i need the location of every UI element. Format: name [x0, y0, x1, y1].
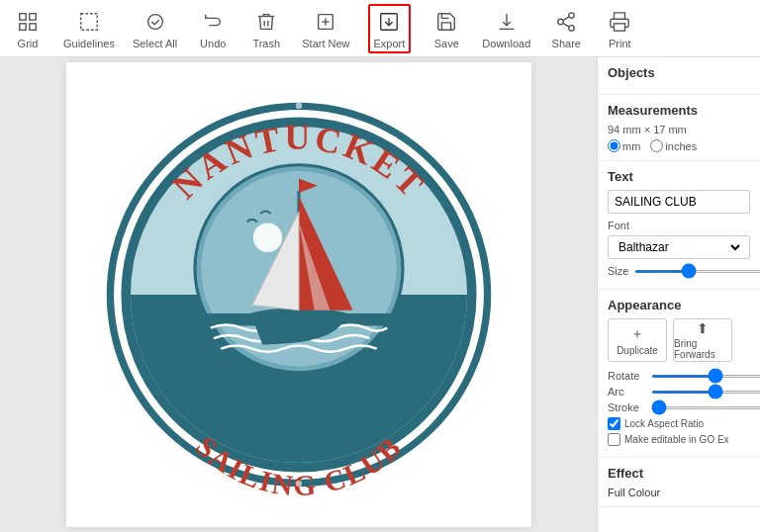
- svg-point-37: [404, 343, 410, 349]
- inches-radio[interactable]: [650, 139, 663, 152]
- font-selector[interactable]: Balthazar: [608, 235, 750, 259]
- size-label: Size: [608, 265, 628, 277]
- text-section: Text Font Balthazar Size 83: [598, 161, 760, 290]
- measurements-title: Measurements: [608, 103, 750, 118]
- stroke-slider[interactable]: [651, 406, 760, 409]
- toolbar: Grid Guidelines Select All Undo: [0, 0, 760, 57]
- canvas-area[interactable]: NANTUCKET: [0, 57, 597, 532]
- make-editable-row: Make editable in GO Ex: [608, 433, 750, 446]
- start-new-icon: [312, 8, 339, 36]
- trash-tool[interactable]: Trash: [248, 8, 284, 49]
- download-tool[interactable]: Download: [482, 8, 530, 49]
- svg-rect-16: [615, 23, 625, 30]
- svg-line-15: [563, 16, 569, 20]
- export-tool[interactable]: Export: [368, 4, 412, 53]
- size-slider[interactable]: [634, 270, 760, 273]
- svg-point-28: [252, 223, 281, 252]
- svg-line-14: [563, 23, 569, 27]
- mm-radio-label[interactable]: mm: [608, 139, 640, 152]
- appearance-section: Appearance ＋ Duplicate ⬆ Bring Forwards …: [598, 290, 760, 458]
- svg-point-13: [569, 25, 575, 30]
- svg-rect-4: [81, 13, 98, 30]
- unit-selector: mm inches: [608, 139, 750, 152]
- bring-forwards-button[interactable]: ⬆ Bring Forwards: [673, 318, 732, 362]
- lock-aspect-row: Lock Aspect Ratio: [608, 417, 750, 430]
- text-section-title: Text: [608, 169, 750, 184]
- mm-radio[interactable]: [608, 139, 620, 152]
- measurement-value: 94 mm × 17 mm: [608, 124, 750, 135]
- rotate-row: Rotate: [608, 370, 750, 382]
- guidelines-icon: [75, 8, 103, 36]
- download-icon: [493, 8, 521, 36]
- svg-point-41: [295, 481, 301, 487]
- font-label: Font: [608, 220, 750, 231]
- stroke-label: Stroke: [608, 401, 645, 413]
- share-icon: [552, 8, 580, 36]
- save-icon: [432, 8, 460, 36]
- effect-title: Effect: [608, 466, 750, 481]
- rotate-slider[interactable]: [651, 375, 760, 378]
- stroke-row: Stroke: [608, 401, 750, 413]
- appearance-title: Appearance: [608, 298, 750, 312]
- print-icon: [606, 8, 633, 36]
- guidelines-tool[interactable]: Guidelines: [63, 8, 115, 49]
- main-area: NANTUCKET: [0, 57, 760, 532]
- svg-point-11: [569, 12, 575, 18]
- effect-section: Effect Full Colour: [598, 458, 760, 507]
- font-select[interactable]: Balthazar: [615, 239, 743, 255]
- objects-section: Objects: [598, 57, 760, 95]
- arc-label: Arc: [608, 386, 645, 398]
- text-input[interactable]: [608, 190, 750, 214]
- svg-rect-3: [30, 23, 36, 29]
- make-editable-checkbox[interactable]: [608, 433, 620, 446]
- print-tool[interactable]: Print: [602, 8, 637, 49]
- inches-radio-label[interactable]: inches: [650, 139, 697, 152]
- save-tool[interactable]: Save: [428, 8, 464, 49]
- bring-forwards-icon: ⬆: [697, 320, 709, 336]
- objects-title: Objects: [608, 65, 750, 80]
- duplicate-button[interactable]: ＋ Duplicate: [608, 318, 667, 362]
- undo-icon: [199, 8, 227, 36]
- rotate-label: Rotate: [608, 370, 645, 382]
- measurements-section: Measurements 94 mm × 17 mm mm inches: [598, 95, 760, 161]
- right-panel: Objects Measurements 94 mm × 17 mm mm in…: [597, 57, 760, 532]
- badge-svg: NANTUCKET: [91, 87, 507, 502]
- arc-slider[interactable]: [651, 391, 760, 394]
- svg-rect-0: [20, 13, 26, 19]
- undo-tool[interactable]: Undo: [195, 8, 231, 49]
- svg-point-32: [158, 343, 164, 349]
- trash-icon: [252, 8, 280, 36]
- svg-point-40: [295, 103, 301, 109]
- appearance-buttons: ＋ Duplicate ⬆ Bring Forwards: [608, 318, 750, 362]
- grid-tool[interactable]: Grid: [10, 8, 46, 49]
- size-row: Size 83: [608, 265, 750, 277]
- export-icon: [375, 8, 403, 36]
- svg-rect-1: [30, 13, 36, 19]
- arc-row: Arc: [608, 386, 750, 398]
- svg-point-38: [432, 343, 438, 349]
- grid-icon: [14, 8, 42, 36]
- start-new-tool[interactable]: Start New: [302, 8, 349, 49]
- lock-aspect-checkbox[interactable]: [608, 417, 620, 430]
- select-all-icon: [142, 8, 169, 36]
- select-all-tool[interactable]: Select All: [133, 8, 177, 49]
- svg-point-12: [558, 19, 564, 25]
- duplicate-icon: ＋: [630, 325, 644, 343]
- badge-container: NANTUCKET: [66, 62, 531, 527]
- svg-rect-2: [20, 23, 26, 29]
- svg-point-5: [147, 14, 162, 29]
- share-tool[interactable]: Share: [548, 8, 584, 49]
- svg-point-33: [187, 343, 193, 349]
- effect-value: Full Colour: [608, 487, 750, 498]
